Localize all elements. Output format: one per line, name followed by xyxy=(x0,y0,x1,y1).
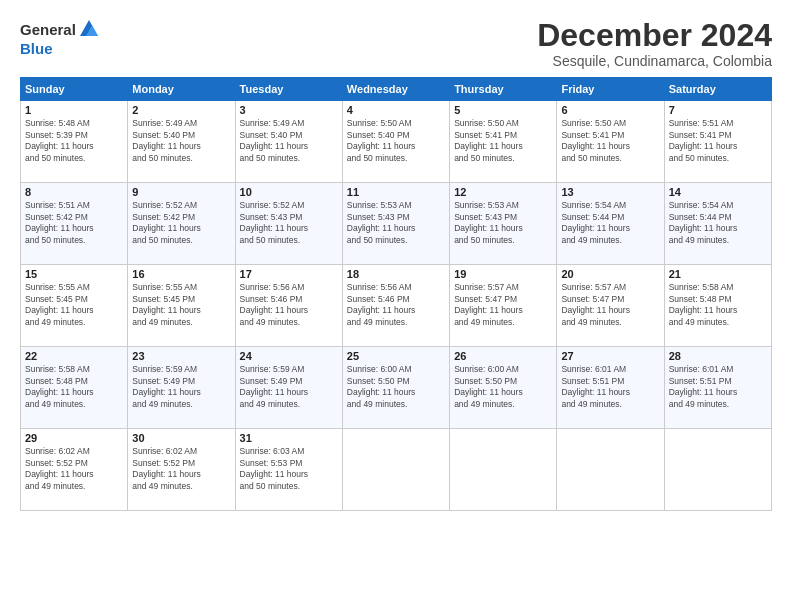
calendar-cell: 4Sunrise: 5:50 AM Sunset: 5:40 PM Daylig… xyxy=(342,101,449,183)
col-header-sunday: Sunday xyxy=(21,78,128,101)
day-number: 23 xyxy=(132,350,230,362)
col-header-monday: Monday xyxy=(128,78,235,101)
calendar-cell: 15Sunrise: 5:55 AM Sunset: 5:45 PM Dayli… xyxy=(21,265,128,347)
day-number: 26 xyxy=(454,350,552,362)
calendar-cell: 16Sunrise: 5:55 AM Sunset: 5:45 PM Dayli… xyxy=(128,265,235,347)
day-info: Sunrise: 5:50 AM Sunset: 5:41 PM Dayligh… xyxy=(561,118,659,164)
day-number: 22 xyxy=(25,350,123,362)
week-row-1: 1Sunrise: 5:48 AM Sunset: 5:39 PM Daylig… xyxy=(21,101,772,183)
calendar-cell xyxy=(342,429,449,511)
day-info: Sunrise: 6:00 AM Sunset: 5:50 PM Dayligh… xyxy=(454,364,552,410)
col-header-wednesday: Wednesday xyxy=(342,78,449,101)
day-number: 13 xyxy=(561,186,659,198)
day-number: 18 xyxy=(347,268,445,280)
calendar-cell: 10Sunrise: 5:52 AM Sunset: 5:43 PM Dayli… xyxy=(235,183,342,265)
day-info: Sunrise: 5:49 AM Sunset: 5:40 PM Dayligh… xyxy=(240,118,338,164)
calendar-cell: 24Sunrise: 5:59 AM Sunset: 5:49 PM Dayli… xyxy=(235,347,342,429)
day-number: 19 xyxy=(454,268,552,280)
calendar-cell xyxy=(664,429,771,511)
day-info: Sunrise: 5:59 AM Sunset: 5:49 PM Dayligh… xyxy=(240,364,338,410)
week-row-4: 22Sunrise: 5:58 AM Sunset: 5:48 PM Dayli… xyxy=(21,347,772,429)
day-info: Sunrise: 5:49 AM Sunset: 5:40 PM Dayligh… xyxy=(132,118,230,164)
week-row-2: 8Sunrise: 5:51 AM Sunset: 5:42 PM Daylig… xyxy=(21,183,772,265)
logo-blue-text: Blue xyxy=(20,40,53,57)
subtitle: Sesquile, Cundinamarca, Colombia xyxy=(537,53,772,69)
logo: General Blue xyxy=(20,18,100,57)
day-info: Sunrise: 5:51 AM Sunset: 5:41 PM Dayligh… xyxy=(669,118,767,164)
day-info: Sunrise: 5:54 AM Sunset: 5:44 PM Dayligh… xyxy=(561,200,659,246)
day-number: 2 xyxy=(132,104,230,116)
calendar-cell xyxy=(450,429,557,511)
col-header-tuesday: Tuesday xyxy=(235,78,342,101)
day-number: 15 xyxy=(25,268,123,280)
day-info: Sunrise: 5:59 AM Sunset: 5:49 PM Dayligh… xyxy=(132,364,230,410)
day-info: Sunrise: 5:56 AM Sunset: 5:46 PM Dayligh… xyxy=(240,282,338,328)
day-number: 29 xyxy=(25,432,123,444)
day-info: Sunrise: 5:50 AM Sunset: 5:41 PM Dayligh… xyxy=(454,118,552,164)
day-number: 16 xyxy=(132,268,230,280)
calendar-cell: 13Sunrise: 5:54 AM Sunset: 5:44 PM Dayli… xyxy=(557,183,664,265)
calendar-cell: 25Sunrise: 6:00 AM Sunset: 5:50 PM Dayli… xyxy=(342,347,449,429)
day-info: Sunrise: 6:01 AM Sunset: 5:51 PM Dayligh… xyxy=(669,364,767,410)
calendar-cell: 3Sunrise: 5:49 AM Sunset: 5:40 PM Daylig… xyxy=(235,101,342,183)
day-info: Sunrise: 5:58 AM Sunset: 5:48 PM Dayligh… xyxy=(669,282,767,328)
calendar-cell: 19Sunrise: 5:57 AM Sunset: 5:47 PM Dayli… xyxy=(450,265,557,347)
day-info: Sunrise: 5:57 AM Sunset: 5:47 PM Dayligh… xyxy=(561,282,659,328)
day-number: 24 xyxy=(240,350,338,362)
day-info: Sunrise: 5:53 AM Sunset: 5:43 PM Dayligh… xyxy=(347,200,445,246)
day-number: 14 xyxy=(669,186,767,198)
day-number: 4 xyxy=(347,104,445,116)
header: General Blue December 2024 Sesquile, Cun… xyxy=(20,18,772,69)
day-info: Sunrise: 5:56 AM Sunset: 5:46 PM Dayligh… xyxy=(347,282,445,328)
main-title: December 2024 xyxy=(537,18,772,53)
logo-icon xyxy=(78,18,100,40)
day-number: 7 xyxy=(669,104,767,116)
col-header-friday: Friday xyxy=(557,78,664,101)
col-header-thursday: Thursday xyxy=(450,78,557,101)
day-info: Sunrise: 5:54 AM Sunset: 5:44 PM Dayligh… xyxy=(669,200,767,246)
calendar-cell: 23Sunrise: 5:59 AM Sunset: 5:49 PM Dayli… xyxy=(128,347,235,429)
day-info: Sunrise: 5:53 AM Sunset: 5:43 PM Dayligh… xyxy=(454,200,552,246)
day-info: Sunrise: 5:48 AM Sunset: 5:39 PM Dayligh… xyxy=(25,118,123,164)
calendar-cell: 11Sunrise: 5:53 AM Sunset: 5:43 PM Dayli… xyxy=(342,183,449,265)
calendar-cell: 28Sunrise: 6:01 AM Sunset: 5:51 PM Dayli… xyxy=(664,347,771,429)
header-row: SundayMondayTuesdayWednesdayThursdayFrid… xyxy=(21,78,772,101)
week-row-3: 15Sunrise: 5:55 AM Sunset: 5:45 PM Dayli… xyxy=(21,265,772,347)
calendar-cell: 8Sunrise: 5:51 AM Sunset: 5:42 PM Daylig… xyxy=(21,183,128,265)
calendar-cell: 31Sunrise: 6:03 AM Sunset: 5:53 PM Dayli… xyxy=(235,429,342,511)
day-number: 5 xyxy=(454,104,552,116)
day-number: 21 xyxy=(669,268,767,280)
day-info: Sunrise: 5:55 AM Sunset: 5:45 PM Dayligh… xyxy=(132,282,230,328)
calendar-cell xyxy=(557,429,664,511)
calendar-cell: 7Sunrise: 5:51 AM Sunset: 5:41 PM Daylig… xyxy=(664,101,771,183)
calendar-cell: 20Sunrise: 5:57 AM Sunset: 5:47 PM Dayli… xyxy=(557,265,664,347)
calendar-cell: 29Sunrise: 6:02 AM Sunset: 5:52 PM Dayli… xyxy=(21,429,128,511)
day-number: 27 xyxy=(561,350,659,362)
day-info: Sunrise: 5:52 AM Sunset: 5:42 PM Dayligh… xyxy=(132,200,230,246)
day-number: 17 xyxy=(240,268,338,280)
day-info: Sunrise: 5:57 AM Sunset: 5:47 PM Dayligh… xyxy=(454,282,552,328)
day-number: 30 xyxy=(132,432,230,444)
week-row-5: 29Sunrise: 6:02 AM Sunset: 5:52 PM Dayli… xyxy=(21,429,772,511)
page: General Blue December 2024 Sesquile, Cun… xyxy=(0,0,792,612)
day-number: 28 xyxy=(669,350,767,362)
day-number: 3 xyxy=(240,104,338,116)
day-number: 9 xyxy=(132,186,230,198)
calendar-cell: 17Sunrise: 5:56 AM Sunset: 5:46 PM Dayli… xyxy=(235,265,342,347)
day-number: 11 xyxy=(347,186,445,198)
calendar-cell: 1Sunrise: 5:48 AM Sunset: 5:39 PM Daylig… xyxy=(21,101,128,183)
day-info: Sunrise: 6:03 AM Sunset: 5:53 PM Dayligh… xyxy=(240,446,338,492)
day-info: Sunrise: 6:00 AM Sunset: 5:50 PM Dayligh… xyxy=(347,364,445,410)
day-number: 10 xyxy=(240,186,338,198)
day-info: Sunrise: 6:01 AM Sunset: 5:51 PM Dayligh… xyxy=(561,364,659,410)
day-number: 6 xyxy=(561,104,659,116)
day-info: Sunrise: 6:02 AM Sunset: 5:52 PM Dayligh… xyxy=(25,446,123,492)
calendar-cell: 2Sunrise: 5:49 AM Sunset: 5:40 PM Daylig… xyxy=(128,101,235,183)
day-number: 31 xyxy=(240,432,338,444)
day-info: Sunrise: 5:52 AM Sunset: 5:43 PM Dayligh… xyxy=(240,200,338,246)
calendar-table: SundayMondayTuesdayWednesdayThursdayFrid… xyxy=(20,77,772,511)
day-info: Sunrise: 5:55 AM Sunset: 5:45 PM Dayligh… xyxy=(25,282,123,328)
calendar-cell: 5Sunrise: 5:50 AM Sunset: 5:41 PM Daylig… xyxy=(450,101,557,183)
calendar-cell: 9Sunrise: 5:52 AM Sunset: 5:42 PM Daylig… xyxy=(128,183,235,265)
day-info: Sunrise: 5:50 AM Sunset: 5:40 PM Dayligh… xyxy=(347,118,445,164)
